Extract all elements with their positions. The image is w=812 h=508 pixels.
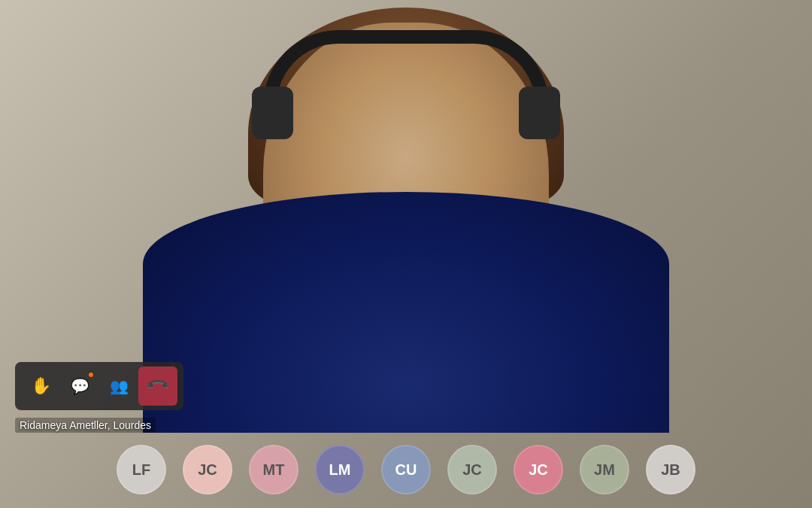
raise-hand-icon: ✋	[31, 376, 51, 396]
video-container: ✋ 💬 👥 📞 Ridameya Ametller, Lourdes LFJCM…	[0, 0, 812, 508]
chat-notification-dot	[87, 371, 95, 379]
participant-avatar-3[interactable]: LM	[315, 445, 365, 494]
chat-icon: 💬	[71, 377, 89, 395]
participant-avatar-0[interactable]: LF	[117, 445, 166, 494]
participant-avatar-1[interactable]: JC	[183, 445, 232, 494]
participant-avatar-5[interactable]: JC	[447, 445, 497, 494]
person-body	[143, 192, 669, 433]
headphones	[244, 30, 568, 151]
end-call-button[interactable]: 📞	[138, 367, 177, 406]
participant-avatar-2[interactable]: MT	[249, 445, 298, 494]
chat-button[interactable]: 💬	[60, 367, 99, 406]
participants-strip: LFJCMTLMCUJCJCJMJB	[0, 445, 812, 494]
participants-icon: 👥	[110, 377, 129, 395]
participant-avatar-7[interactable]: JM	[580, 445, 629, 494]
speaker-name-label: Ridameya Ametller, Lourdes	[15, 418, 156, 433]
participant-avatar-8[interactable]: JB	[646, 445, 695, 494]
raise-hand-button[interactable]: ✋	[21, 367, 60, 406]
participant-avatar-6[interactable]: JC	[514, 445, 563, 494]
participants-button[interactable]: 👥	[99, 367, 138, 406]
participant-avatar-4[interactable]: CU	[381, 445, 431, 494]
control-bar: ✋ 💬 👥 📞	[15, 362, 183, 410]
end-call-icon: 📞	[145, 373, 171, 400]
